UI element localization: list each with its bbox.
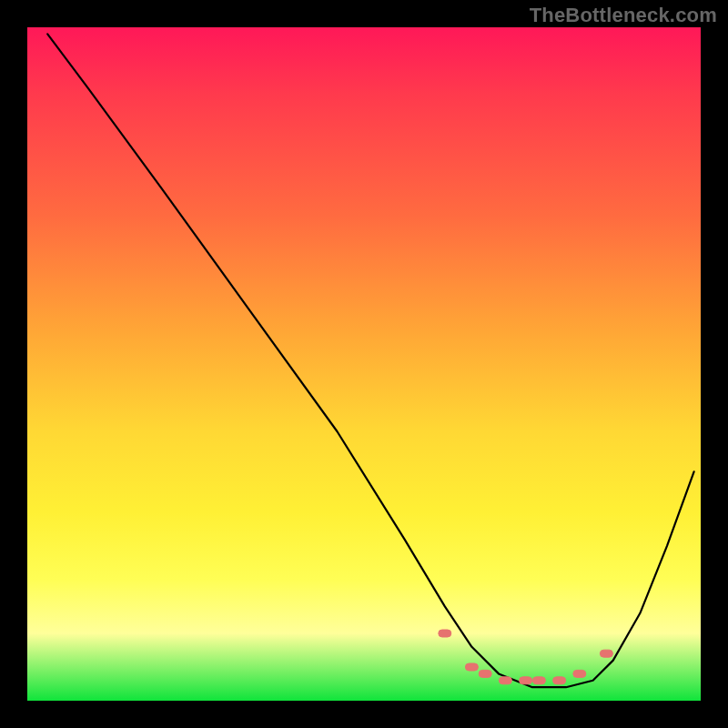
marker-point [553,677,566,684]
marker-point [600,650,612,657]
marker-point [439,630,451,637]
gradient-plot-area [27,27,701,701]
marker-point [532,677,545,684]
plot-overlay [27,27,701,701]
attribution-text: TheBottleneck.com [530,4,717,27]
bottleneck-curve [47,34,693,687]
chart-frame: TheBottleneck.com [0,0,728,728]
marker-point [479,670,491,677]
marker-point [499,677,511,684]
marker-point [520,677,532,684]
marker-point [465,663,478,671]
marker-point [573,670,586,677]
